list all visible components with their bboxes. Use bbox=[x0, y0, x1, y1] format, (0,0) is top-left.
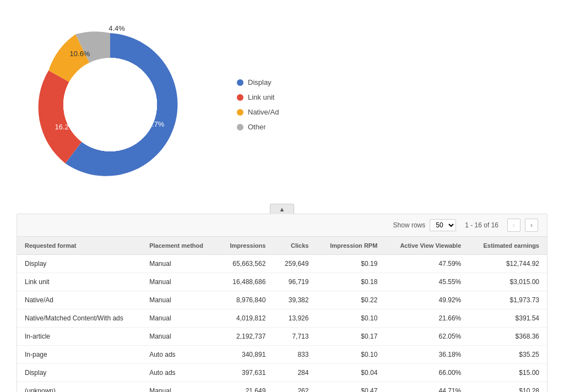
cell-rpm: $0.04 bbox=[316, 364, 385, 382]
cell-format: Native/Ad bbox=[17, 291, 142, 309]
cell-clicks: 7,713 bbox=[273, 328, 316, 346]
cell-earnings: $391.54 bbox=[469, 309, 547, 328]
col-rpm: Impression RPM bbox=[316, 237, 385, 255]
cell-earnings: $1,973.73 bbox=[469, 291, 547, 309]
cell-format: Link unit bbox=[17, 273, 142, 291]
chart-legend: Display Link unit Native/Ad Other bbox=[226, 78, 279, 131]
table-controls: Show rows 50 1 - 16 of 16 ‹ › bbox=[17, 214, 547, 237]
col-earnings: Estimated earnings bbox=[469, 237, 547, 255]
linkunit-label: 16.2% bbox=[55, 123, 75, 131]
table-row: Native/Matched Content/With ads Manual 4… bbox=[17, 309, 547, 328]
cell-impressions: 4,019,812 bbox=[218, 309, 274, 328]
cell-method: Auto ads bbox=[142, 364, 218, 382]
cell-format: (unknown) bbox=[17, 382, 142, 393]
cell-method: Manual bbox=[142, 382, 218, 393]
show-rows-label: Show rows bbox=[393, 221, 426, 229]
cell-format: In-article bbox=[17, 328, 142, 346]
legend-dot-linkunit bbox=[237, 94, 243, 101]
legend-label-other: Other bbox=[248, 123, 266, 131]
page-container: 68.7% 16.2% 10.6% 4.4% Display Link unit bbox=[0, 0, 564, 392]
legend-dot-other bbox=[237, 124, 243, 130]
cell-clicks: 13,926 bbox=[273, 309, 316, 328]
table-row: Display Auto ads 397,631 284 $0.04 66.00… bbox=[17, 364, 547, 382]
legend-item-linkunit: Link unit bbox=[237, 93, 279, 101]
page-info: 1 - 16 of 16 bbox=[465, 221, 498, 229]
cell-earnings: $35.25 bbox=[469, 346, 547, 364]
nativead-label: 10.6% bbox=[70, 50, 90, 58]
col-format: Requested format bbox=[17, 237, 142, 255]
cell-clicks: 39,382 bbox=[273, 291, 316, 309]
cell-impressions: 16,488,686 bbox=[218, 273, 274, 291]
cell-format: In-page bbox=[17, 346, 142, 364]
cell-clicks: 833 bbox=[273, 346, 316, 364]
cell-clicks: 284 bbox=[273, 364, 316, 382]
data-table: Requested format Placement method Impres… bbox=[17, 237, 547, 392]
cell-earnings: $15.00 bbox=[469, 364, 547, 382]
cell-viewable: 62.05% bbox=[385, 328, 469, 346]
table-section: Show rows 50 1 - 16 of 16 ‹ › Requested … bbox=[17, 214, 547, 392]
legend-label-linkunit: Link unit bbox=[248, 93, 274, 101]
cell-earnings: $368.36 bbox=[469, 328, 547, 346]
cell-impressions: 8,976,840 bbox=[218, 291, 274, 309]
cell-impressions: 21,649 bbox=[218, 382, 274, 393]
legend-label-nativead: Native/Ad bbox=[248, 108, 279, 116]
cell-earnings: $10.28 bbox=[469, 382, 547, 393]
cell-method: Manual bbox=[142, 328, 218, 346]
rows-per-page-select[interactable]: 50 bbox=[430, 219, 456, 231]
cell-rpm: $0.47 bbox=[316, 382, 385, 393]
cell-clicks: 262 bbox=[273, 382, 316, 393]
cell-viewable: 45.55% bbox=[385, 273, 469, 291]
col-method: Placement method bbox=[142, 237, 218, 255]
table-row: Native/Ad Manual 8,976,840 39,382 $0.22 … bbox=[17, 291, 547, 309]
legend-item-nativead: Native/Ad bbox=[237, 108, 279, 116]
cell-method: Auto ads bbox=[142, 346, 218, 364]
cell-rpm: $0.10 bbox=[316, 346, 385, 364]
cell-viewable: 47.59% bbox=[385, 255, 469, 273]
collapse-button[interactable]: ▲ bbox=[270, 204, 295, 214]
cell-rpm: $0.18 bbox=[316, 273, 385, 291]
cell-rpm: $0.10 bbox=[316, 309, 385, 328]
cell-viewable: 44.71% bbox=[385, 382, 469, 393]
cell-earnings: $12,744.92 bbox=[469, 255, 547, 273]
cell-method: Manual bbox=[142, 273, 218, 291]
cell-impressions: 65,663,562 bbox=[218, 255, 274, 273]
collapse-section: ▲ bbox=[17, 204, 547, 214]
table-row: Link unit Manual 16,488,686 96,719 $0.18… bbox=[17, 273, 547, 291]
table-header-row: Requested format Placement method Impres… bbox=[17, 237, 547, 255]
donut-chart: 68.7% 16.2% 10.6% 4.4% bbox=[28, 22, 193, 187]
svg-point-3 bbox=[63, 58, 157, 151]
cell-rpm: $0.19 bbox=[316, 255, 385, 273]
legend-item-other: Other bbox=[237, 123, 279, 131]
chart-section: 68.7% 16.2% 10.6% 4.4% Display Link unit bbox=[17, 11, 547, 204]
col-impressions: Impressions bbox=[218, 237, 274, 255]
legend-dot-nativead bbox=[237, 109, 243, 116]
col-clicks: Clicks bbox=[273, 237, 316, 255]
table-row: In-page Auto ads 340,891 833 $0.10 36.18… bbox=[17, 346, 547, 364]
cell-method: Manual bbox=[142, 291, 218, 309]
next-page-button[interactable]: › bbox=[525, 219, 538, 232]
legend-label-display: Display bbox=[248, 78, 272, 86]
table-row: Display Manual 65,663,562 259,649 $0.19 … bbox=[17, 255, 547, 273]
cell-viewable: 49.92% bbox=[385, 291, 469, 309]
cell-format: Display bbox=[17, 255, 142, 273]
col-viewable: Active View Viewable bbox=[385, 237, 469, 255]
cell-method: Manual bbox=[142, 255, 218, 273]
cell-method: Manual bbox=[142, 309, 218, 328]
cell-rpm: $0.22 bbox=[316, 291, 385, 309]
other-label: 4.4% bbox=[109, 24, 125, 32]
cell-impressions: 2,192,737 bbox=[218, 328, 274, 346]
display-label: 68.7% bbox=[144, 120, 165, 128]
cell-impressions: 397,631 bbox=[218, 364, 274, 382]
cell-format: Native/Matched Content/With ads bbox=[17, 309, 142, 328]
cell-impressions: 340,891 bbox=[218, 346, 274, 364]
table-row: In-article Manual 2,192,737 7,713 $0.17 … bbox=[17, 328, 547, 346]
cell-format: Display bbox=[17, 364, 142, 382]
cell-viewable: 36.18% bbox=[385, 346, 469, 364]
cell-rpm: $0.17 bbox=[316, 328, 385, 346]
legend-item-display: Display bbox=[237, 78, 279, 86]
cell-clicks: 96,719 bbox=[273, 273, 316, 291]
legend-dot-display bbox=[237, 79, 243, 86]
cell-clicks: 259,649 bbox=[273, 255, 316, 273]
prev-page-button[interactable]: ‹ bbox=[507, 219, 520, 232]
cell-earnings: $3,015.00 bbox=[469, 273, 547, 291]
